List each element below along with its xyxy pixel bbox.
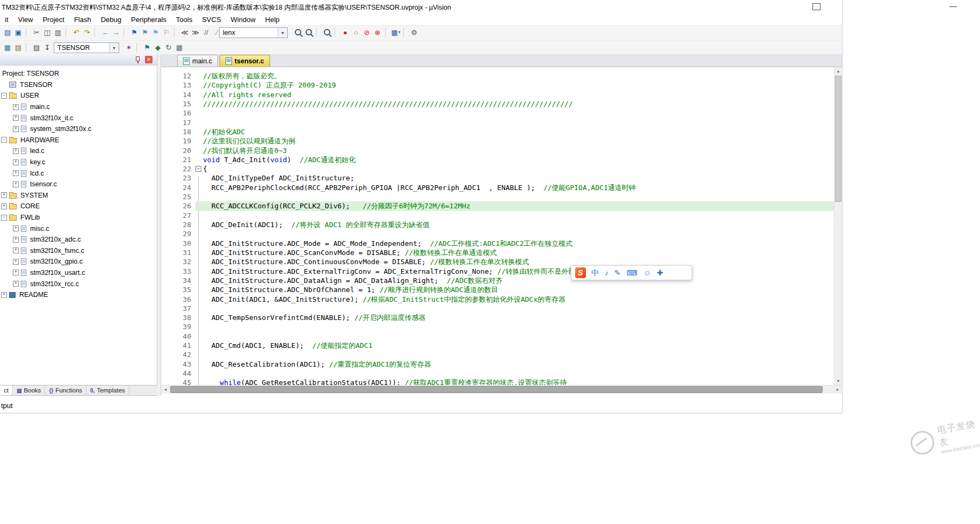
menu-item-help[interactable]: Help — [260, 14, 285, 25]
collapse-icon[interactable]: - — [1, 93, 7, 99]
code-line-38[interactable]: 38 ADC_TempSensorVrefintCmd(ENABLE); //开… — [161, 313, 834, 322]
bookmark-clear-all-icon[interactable]: ⚐ — [161, 27, 172, 38]
code-line-14[interactable]: 14//All rights reserved — [161, 90, 834, 99]
redo-icon[interactable]: ↷ — [82, 27, 92, 38]
horizontal-scroll-thumb[interactable] — [170, 386, 823, 393]
indent-right-icon[interactable]: ≫ — [190, 27, 201, 38]
code-line-26[interactable]: 26 RCC_ADCCLKConfig(RCC_PCLK2_Div6); //分… — [161, 201, 834, 210]
scroll-up-icon[interactable] — [834, 67, 842, 75]
ime-voice-icon[interactable]: ♪ — [605, 269, 608, 276]
paste-icon[interactable]: ▥ — [53, 27, 63, 38]
pin-icon[interactable] — [133, 56, 141, 63]
tree-item-led-c[interactable]: +led.c — [0, 145, 157, 157]
save-icon[interactable]: ▤ — [2, 27, 13, 38]
tree-item-system[interactable]: +SYSTEM — [0, 190, 157, 201]
expand-icon[interactable]: + — [13, 270, 19, 275]
scroll-down-icon[interactable] — [834, 377, 842, 385]
tree-item-stm32f10x-rcc-c[interactable]: +stm32f10x_rcc.c — [0, 278, 157, 289]
configure-tools-icon[interactable]: ⚙ — [409, 27, 419, 38]
collapse-icon[interactable]: - — [1, 137, 7, 143]
expand-icon[interactable]: + — [13, 115, 19, 121]
expand-icon[interactable]: + — [1, 192, 7, 198]
bookmark-next-icon[interactable]: ⚑ — [150, 27, 161, 38]
debug-windows-icon[interactable]: ▦▾ — [390, 27, 401, 38]
panel-tab-functions[interactable]: {}Functions — [45, 385, 86, 395]
sogou-logo-icon[interactable]: S — [575, 267, 586, 278]
build-target-icon[interactable]: ◆ — [153, 42, 163, 53]
code-line-43[interactable]: 43 ADC_ResetCalibration(ADC1); //重置指定的AD… — [161, 360, 834, 369]
expand-icon[interactable]: + — [13, 104, 19, 110]
vertical-scroll-thumb[interactable] — [835, 76, 841, 202]
bookmark-prev-icon[interactable]: ⚑ — [140, 27, 150, 38]
menu-item-view[interactable]: View — [13, 14, 38, 25]
options-for-target-icon[interactable]: ✶ — [124, 42, 134, 53]
tree-item-project-tsensor[interactable]: Project: TSENSOR — [0, 68, 157, 79]
code-line-42[interactable]: 42 — [161, 350, 834, 359]
code-line-37[interactable]: 37 — [161, 304, 834, 313]
code-line-39[interactable]: 39 — [161, 322, 834, 331]
ime-toolbox-icon[interactable]: ✚ — [657, 269, 663, 276]
translate-file-icon[interactable]: ▨ — [31, 42, 42, 53]
rebuild-all-icon[interactable]: ↻ — [163, 42, 174, 53]
comment-selection-icon[interactable]: // — [201, 27, 212, 38]
code-line-17[interactable]: 17 — [161, 118, 834, 127]
batch-build-icon[interactable]: ▦ — [174, 42, 185, 53]
nav-back-icon[interactable]: ← — [100, 27, 111, 38]
breakpoint-kill-all-icon[interactable]: ⊗ — [372, 27, 383, 38]
code-line-16[interactable]: 16 — [161, 108, 834, 118]
code-line-24[interactable]: 24 RCC_APB2PeriphClockCmd(RCC_APB2Periph… — [161, 183, 834, 192]
tree-item-main-c[interactable]: +main.c — [0, 101, 157, 113]
copy-icon[interactable]: ◫ — [42, 27, 53, 38]
indent-left-icon[interactable]: ≪ — [179, 27, 190, 38]
expand-icon[interactable]: + — [13, 181, 19, 187]
menu-item-flash[interactable]: Flash — [69, 14, 96, 25]
ime-emoji-icon[interactable]: ☺ — [643, 269, 651, 276]
tree-item-stm32f10x-adc-c[interactable]: +stm32f10x_adc.c — [0, 234, 157, 245]
expand-icon[interactable]: + — [13, 126, 19, 132]
tree-item-user[interactable]: -USER — [0, 90, 157, 101]
collapse-icon[interactable]: - — [1, 215, 7, 221]
ime-keyboard-icon[interactable]: ⌨ — [627, 269, 637, 276]
code-line-35[interactable]: 35 ADC_InitStructure.ADC_NbrOfChannel = … — [161, 285, 834, 294]
panel-tab-ct[interactable]: ct — [0, 385, 13, 395]
tree-item-stm32f10x-fsmc-c[interactable]: +stm32f10x_fsmc.c — [0, 245, 157, 257]
code-line-44[interactable]: 44 — [161, 369, 834, 378]
code-line-13[interactable]: 13//Copyright(C) 正点原子 2009-2019 — [161, 81, 834, 90]
maximize-button[interactable] — [812, 3, 821, 10]
code-line-40[interactable]: 40 — [161, 332, 834, 341]
menu-item-window[interactable]: Window — [226, 14, 260, 25]
code-line-27[interactable]: 27 — [161, 211, 834, 220]
minimize-button[interactable]: — — [944, 0, 962, 12]
close-icon[interactable]: ✕ — [145, 56, 153, 63]
panel-tab-templates[interactable]: 0,Templates — [86, 385, 129, 395]
menu-item-peripherals[interactable]: Peripherals — [126, 14, 171, 25]
flash-download-icon[interactable]: ↧ — [42, 42, 53, 53]
tree-item-fwlib[interactable]: -FWLib — [0, 212, 157, 223]
code-line-15[interactable]: 15//////////////////////////////////////… — [161, 99, 834, 108]
code-line-19[interactable]: 19//这里我们仅以规则通道为例 — [161, 136, 834, 145]
code-line-18[interactable]: 18//初始化ADC — [161, 127, 834, 136]
expand-icon[interactable]: + — [1, 203, 7, 209]
code-line-12[interactable]: 12//版权所有，盗版必究。 — [161, 71, 834, 81]
menu-item-it[interactable]: it — [0, 14, 13, 25]
tree-item-key-c[interactable]: +key.c — [0, 157, 157, 168]
vertical-scrollbar[interactable] — [834, 67, 842, 385]
scroll-right-icon[interactable] — [833, 385, 842, 394]
tree-item-system-stm32f10x-c[interactable]: +system_stm32f10x.c — [0, 123, 157, 135]
target-combobox[interactable]: TSENSOR — [54, 42, 119, 53]
expand-icon[interactable]: + — [13, 281, 19, 287]
tree-item-tsensor-c[interactable]: +tsensor.c — [0, 179, 157, 190]
manage-window-layout-icon[interactable]: ▦ — [2, 42, 13, 53]
tree-item-stm32f10x-gpio-c[interactable]: +stm32f10x_gpio.c — [0, 256, 157, 267]
chevron-down-icon[interactable] — [278, 28, 287, 38]
code-line-30[interactable]: 30 ADC_InitStructure.ADC_Mode = ADC_Mode… — [161, 239, 834, 248]
menu-item-debug[interactable]: Debug — [96, 14, 126, 25]
code-line-41[interactable]: 41 ADC_Cmd(ADC1, ENABLE); //使能指定的ADC1 — [161, 341, 834, 350]
expand-icon[interactable]: + — [13, 159, 19, 165]
scroll-left-icon[interactable] — [161, 385, 170, 394]
tree-item-tsensor[interactable]: TSENSOR — [0, 79, 157, 91]
menu-item-project[interactable]: Project — [38, 14, 69, 25]
incremental-find-icon[interactable] — [322, 27, 332, 38]
code-line-23[interactable]: 23 ADC_InitTypeDef ADC_InitStructure; — [161, 173, 834, 183]
find-icon[interactable] — [303, 27, 314, 38]
